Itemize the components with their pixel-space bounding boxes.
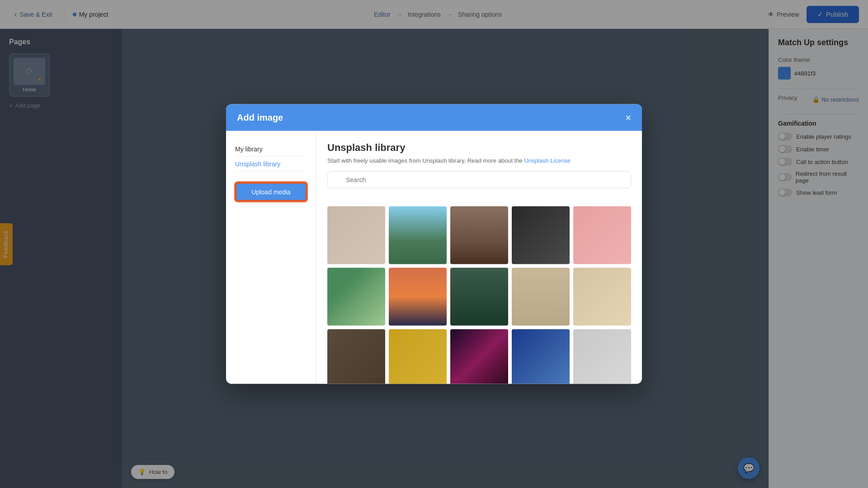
image-cell-1[interactable]	[327, 206, 385, 264]
image-cell-4[interactable]	[512, 206, 570, 264]
add-image-modal: Add image × My library Unsplash library …	[226, 104, 642, 384]
image-cell-6[interactable]	[327, 268, 385, 326]
image-cell-15[interactable]	[573, 329, 631, 384]
image-cell-7[interactable]	[389, 268, 447, 326]
image-cell-5[interactable]	[573, 206, 631, 264]
image-cell-12[interactable]	[389, 329, 447, 384]
modal-nav-unsplash[interactable]: Unsplash library	[235, 157, 307, 172]
image-grid	[327, 206, 631, 384]
image-cell-3[interactable]	[450, 206, 508, 264]
modal-sidebar: My library Unsplash library Upload media	[226, 131, 316, 384]
image-cell-10[interactable]	[573, 268, 631, 326]
modal-title: Add image	[237, 113, 283, 123]
unsplash-license-link[interactable]: Unsplash License	[524, 157, 571, 164]
upload-media-wrapper: Upload media	[235, 183, 307, 202]
image-cell-14[interactable]	[512, 329, 570, 384]
modal-header: Add image ×	[226, 104, 642, 131]
image-cell-9[interactable]	[512, 268, 570, 326]
image-cell-11[interactable]	[327, 329, 385, 384]
image-cell-8[interactable]	[450, 268, 508, 326]
unsplash-desc: Start with freely usable images from Uns…	[327, 157, 631, 164]
upload-media-button[interactable]: Upload media	[235, 183, 307, 202]
search-input[interactable]	[327, 171, 631, 188]
modal-close-button[interactable]: ×	[625, 113, 631, 122]
search-wrapper: 🔍	[327, 171, 631, 197]
image-cell-13[interactable]	[450, 329, 508, 384]
modal-nav-my-library[interactable]: My library	[235, 142, 307, 157]
modal-content-area: Unsplash library Start with freely usabl…	[316, 131, 642, 384]
image-cell-2[interactable]	[389, 206, 447, 264]
modal-body: My library Unsplash library Upload media…	[226, 131, 642, 384]
unsplash-title: Unsplash library	[327, 142, 631, 154]
